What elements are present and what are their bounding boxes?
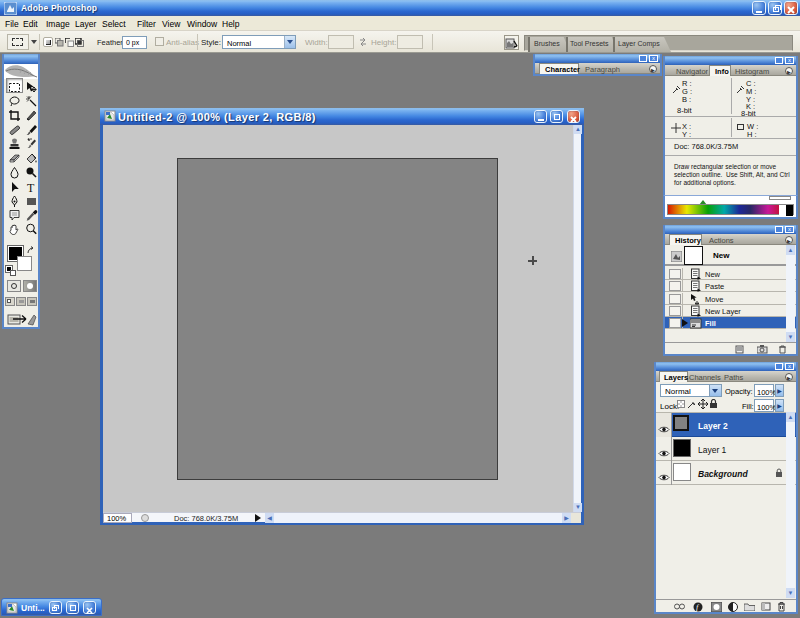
svg-text:T: T — [27, 181, 35, 194]
